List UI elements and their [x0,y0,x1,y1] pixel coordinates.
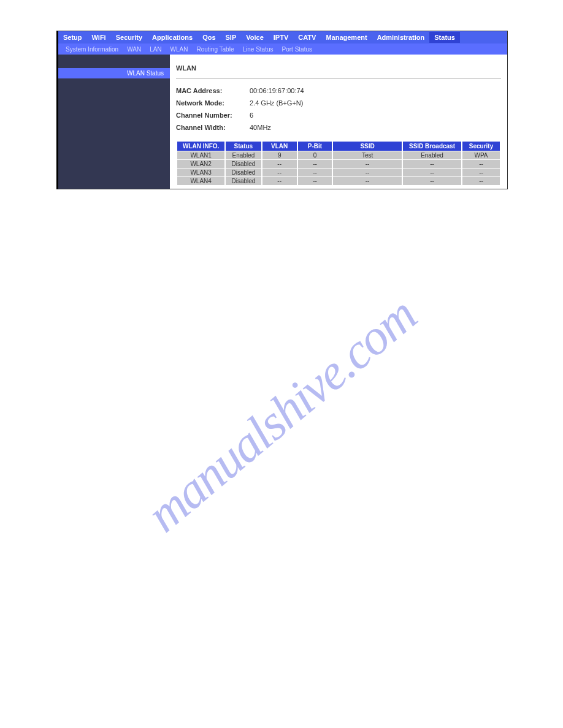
cell-status: Disabled [226,177,261,185]
nav-administration[interactable]: Administration [372,32,430,43]
sidebar: WLAN Status [58,55,170,189]
cell-name: WLAN2 [177,160,224,168]
mode-value: 2.4 GHz (B+G+N) [250,99,303,107]
cell-pbit: -- [298,169,332,176]
subnav-lan[interactable]: LAN [145,46,166,53]
cell-security: -- [462,169,500,176]
cell-vlan: -- [262,169,297,176]
cell-vlan: 9 [262,151,297,159]
th-pbit: P-Bit [298,142,332,151]
nav-management[interactable]: Management [321,32,372,43]
router-admin-panel: Setup WiFi Security Applications Qos SIP… [56,31,508,189]
nav-qos[interactable]: Qos [197,32,220,43]
info-row-width: Channel Width: 40MHz [176,121,501,134]
th-wlan-info: WLAN INFO. [177,142,224,151]
subnav-wlan[interactable]: WLAN [166,46,193,53]
subnav-wan[interactable]: WAN [123,46,145,53]
cell-broadcast: -- [403,169,461,176]
content-area: WLAN Status WLAN MAC Address: 00:06:19:6… [58,55,507,189]
cell-ssid: Test [333,151,402,159]
cell-ssid: -- [333,169,402,176]
th-ssid: SSID [333,142,402,151]
mac-label: MAC Address: [176,87,250,94]
table-row: WLAN3 Disabled -- -- -- -- -- [177,169,500,176]
table-row: WLAN1 Enabled 9 0 Test Enabled WPA [177,151,500,159]
cell-vlan: -- [262,177,297,185]
nav-security[interactable]: Security [111,32,147,43]
info-row-mac: MAC Address: 00:06:19:67:00:74 [176,85,501,97]
nav-iptv[interactable]: IPTV [269,32,293,43]
cell-name: WLAN1 [177,151,224,159]
wlan-table: WLAN INFO. Status VLAN P-Bit SSID SSID B… [176,141,501,186]
nav-applications[interactable]: Applications [147,32,197,43]
mac-value: 00:06:19:67:00:74 [250,87,304,94]
subnav-system-information[interactable]: System Information [61,46,123,53]
table-header-row: WLAN INFO. Status VLAN P-Bit SSID SSID B… [177,142,500,151]
cell-security: -- [462,177,500,185]
cell-vlan: -- [262,160,297,168]
th-status: Status [226,142,261,151]
th-broadcast: SSID Broadcast [403,142,461,151]
channel-label: Channel Number: [176,112,250,119]
channel-value: 6 [250,112,253,119]
cell-name: WLAN3 [177,169,224,176]
cell-pbit: -- [298,177,332,185]
cell-broadcast: -- [403,160,461,168]
width-value: 40MHz [250,124,271,131]
cell-status: Disabled [226,160,261,168]
cell-status: Enabled [226,151,261,159]
cell-broadcast: Enabled [403,151,461,159]
main-content: WLAN MAC Address: 00:06:19:67:00:74 Netw… [170,55,507,189]
sidebar-spacer [58,55,170,68]
subnav-port-status[interactable]: Port Status [278,46,316,53]
cell-pbit: 0 [298,151,332,159]
cell-security: WPA [462,151,500,159]
cell-status: Disabled [226,169,261,176]
watermark: manualshive.com [136,286,427,544]
table-row: WLAN4 Disabled -- -- -- -- -- [177,177,500,185]
subnav-routing-table[interactable]: Routing Table [192,46,238,53]
nav-sip[interactable]: SIP [221,32,242,43]
nav-catv[interactable]: CATV [293,32,321,43]
cell-broadcast: -- [403,177,461,185]
cell-name: WLAN4 [177,177,224,185]
info-row-mode: Network Mode: 2.4 GHz (B+G+N) [176,97,501,109]
nav-wifi[interactable]: WiFi [87,32,111,43]
section-title: WLAN [176,61,501,77]
divider [176,78,501,78]
th-security: Security [462,142,500,151]
info-row-channel: Channel Number: 6 [176,109,501,121]
width-label: Channel Width: [176,124,250,131]
nav-setup[interactable]: Setup [58,32,87,43]
sidebar-item-wlan-status[interactable]: WLAN Status [58,68,170,78]
th-vlan: VLAN [262,142,297,151]
table-row: WLAN2 Disabled -- -- -- -- -- [177,160,500,168]
subnav-line-status[interactable]: Line Status [238,46,277,53]
nav-status[interactable]: Status [429,32,460,43]
cell-ssid: -- [333,177,402,185]
cell-security: -- [462,160,500,168]
nav-voice[interactable]: Voice [241,32,269,43]
main-nav: Setup WiFi Security Applications Qos SIP… [58,31,507,44]
mode-label: Network Mode: [176,99,250,107]
cell-ssid: -- [333,160,402,168]
sub-nav: System Information WAN LAN WLAN Routing … [58,44,507,55]
cell-pbit: -- [298,160,332,168]
